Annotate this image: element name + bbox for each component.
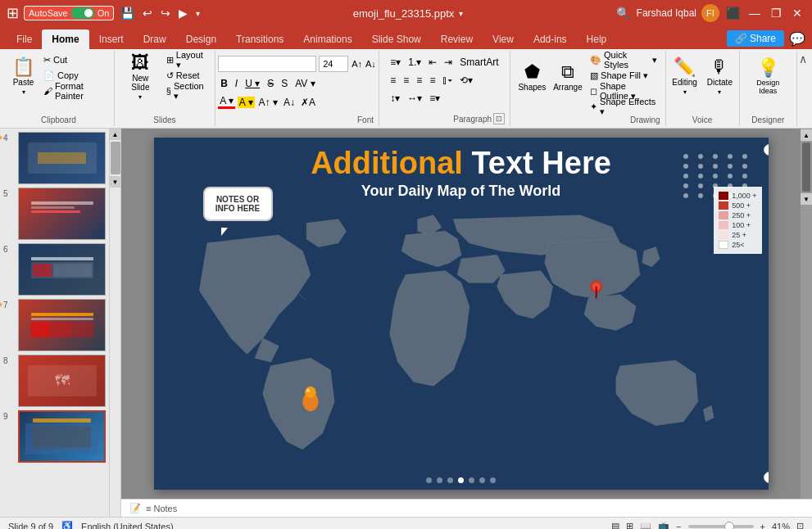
numbering-button[interactable]: 1.▾ [406, 56, 424, 69]
filename-dropdown[interactable]: ▾ [459, 9, 463, 18]
font-color-button[interactable]: A ▾ [218, 95, 235, 109]
accessibility-icon[interactable]: ♿ [61, 521, 73, 529]
normal-view-btn[interactable]: ▤ [611, 521, 619, 529]
decrease-indent[interactable]: ⇤ [426, 56, 439, 69]
nav-dot[interactable] [426, 477, 432, 483]
para-dialog-launcher[interactable]: ⊡ [493, 113, 505, 124]
nav-dot[interactable] [479, 477, 485, 483]
canvas-scrollbar-right[interactable]: ▲ ▼ [801, 129, 812, 499]
callout-bubble[interactable]: NOTES OR INFO HERE [203, 187, 273, 221]
font-size-down[interactable]: A↓ [365, 59, 376, 69]
list-item[interactable]: 6 [3, 243, 106, 296]
minimize-btn[interactable]: — [746, 5, 763, 21]
char-spacing[interactable]: AV ▾ [293, 77, 317, 90]
new-slide-button[interactable]: 🖼 New Slide ▾ [120, 52, 161, 102]
canvas-scroll-up[interactable]: ▲ [801, 129, 812, 141]
arrange-button[interactable]: ⧉ Arrange [551, 52, 585, 102]
slide-thumbnail[interactable]: 🗺 [18, 355, 106, 407]
line-spacing[interactable]: ↕▾ [388, 92, 402, 105]
restore-btn[interactable]: ❐ [768, 5, 784, 21]
list-item[interactable]: 8 🗺 [3, 355, 106, 407]
convert-smartart[interactable]: ↔▾ [405, 92, 424, 105]
quick-styles-button[interactable]: 🎨 Quick Styles ▾ [587, 52, 660, 67]
format-painter-button[interactable]: 🖌Format Painter [40, 84, 109, 98]
zoom-thumb[interactable] [724, 522, 734, 530]
share-button[interactable]: 🔗 Share [727, 30, 784, 47]
layout-button[interactable]: ⊞Layout ▾ [163, 52, 210, 67]
list-item[interactable]: 9 [3, 410, 106, 463]
tab-file[interactable]: File [7, 29, 42, 49]
list-item[interactable]: 4 ★ [3, 132, 106, 184]
ribbon-toggle[interactable]: ⬛ [724, 5, 742, 21]
italic-button[interactable]: I [233, 77, 240, 90]
zoom-slider[interactable] [688, 525, 754, 528]
bold-button[interactable]: B [218, 77, 230, 90]
zoom-plus-btn[interactable]: + [760, 522, 765, 530]
bullets-button[interactable]: ≡▾ [388, 56, 403, 69]
autosave-toggle[interactable] [71, 7, 94, 19]
align-left[interactable]: ≡ [388, 74, 398, 87]
new-slide-dropdown[interactable]: ▾ [138, 93, 142, 101]
nav-dot[interactable] [437, 477, 442, 483]
nav-dot-active[interactable] [458, 477, 464, 483]
nav-dot[interactable] [490, 477, 496, 483]
dictate-dropdown[interactable]: ▾ [718, 88, 721, 96]
nav-dot[interactable] [469, 477, 474, 483]
shape-effects-button[interactable]: ✦Shape Effects ▾ [587, 99, 660, 114]
editing-button[interactable]: ✏️ Editing ▾ [668, 52, 701, 102]
tab-transitions[interactable]: Transitions [226, 29, 293, 49]
search-icon[interactable]: 🔍 [615, 5, 632, 21]
canvas-area[interactable]: Additional Text Here Your Daily Map of T… [121, 129, 801, 499]
slide-thumbnail[interactable] [18, 132, 106, 184]
slide-thumbnail[interactable] [18, 299, 106, 351]
slide-thumbnail-active[interactable] [18, 410, 106, 463]
align-center[interactable]: ≡ [401, 74, 411, 87]
tab-review[interactable]: Review [431, 29, 483, 49]
tab-animations[interactable]: Animations [293, 29, 361, 49]
canvas-scroll-down[interactable]: ▼ [801, 193, 812, 205]
canvas-scroll-thumb[interactable] [802, 142, 810, 192]
align-text[interactable]: ≡▾ [427, 92, 442, 105]
section-button[interactable]: §Section ▾ [163, 84, 210, 98]
slide-thumbnail[interactable] [18, 188, 106, 240]
reading-view-btn[interactable]: 📖 [640, 521, 651, 529]
smartart-button[interactable]: SmartArt [457, 56, 501, 69]
undo-icon[interactable]: ↩ [141, 5, 154, 21]
strikethrough-button[interactable]: S [265, 77, 276, 90]
filename[interactable]: emoji_flu_23315.pptx [353, 7, 455, 20]
scroll-thumb[interactable] [111, 142, 120, 174]
slide-thumbnail[interactable] [18, 243, 106, 296]
close-btn[interactable]: ✕ [789, 5, 805, 21]
tab-design[interactable]: Design [176, 29, 226, 49]
clear-format[interactable]: ✗A [299, 97, 317, 108]
comment-icon[interactable]: 💬 [789, 31, 805, 47]
fit-slide-btn[interactable]: ⊡ [796, 521, 804, 529]
dropdown-icon[interactable]: ▾ [194, 7, 202, 20]
shapes-button[interactable]: ⬟ Shapes [515, 52, 549, 102]
zoom-minus-btn[interactable]: − [676, 522, 681, 530]
font-size-input[interactable]: 24 [319, 56, 348, 72]
user-avatar[interactable]: FI [701, 4, 719, 22]
dictate-button[interactable]: 🎙 Dictate ▾ [703, 52, 737, 102]
tab-addins[interactable]: Add-ins [524, 29, 577, 49]
shadow-button[interactable]: S [279, 77, 290, 90]
slide-scrollbar[interactable]: ▲ ▼ [109, 129, 120, 517]
scroll-up-btn[interactable]: ▲ [110, 129, 121, 140]
paste-button[interactable]: 📋 Paste ▾ [8, 52, 39, 102]
columns-button[interactable]: ⫿▾ [440, 74, 455, 87]
font-name-input[interactable] [218, 56, 316, 72]
justify[interactable]: ≡ [427, 74, 438, 87]
increase-indent[interactable]: ⇥ [442, 56, 455, 69]
highlight-button[interactable]: A ▾ [238, 97, 255, 108]
slide-sorter-btn[interactable]: ⊞ [626, 521, 633, 529]
editing-dropdown[interactable]: ▾ [683, 88, 687, 96]
font-size-up[interactable]: A↑ [351, 58, 363, 70]
tab-help[interactable]: Help [577, 29, 617, 49]
list-item[interactable]: 5 [3, 188, 106, 240]
collapse-ribbon[interactable]: ∧ [799, 52, 807, 66]
notes-bar[interactable]: 📝 ≡ Notes [121, 499, 812, 517]
paste-dropdown[interactable]: ▾ [22, 88, 25, 96]
cut-button[interactable]: ✂Cut [40, 52, 109, 67]
save-icon[interactable]: 💾 [119, 5, 136, 21]
scroll-down-btn[interactable]: ▼ [110, 176, 121, 188]
